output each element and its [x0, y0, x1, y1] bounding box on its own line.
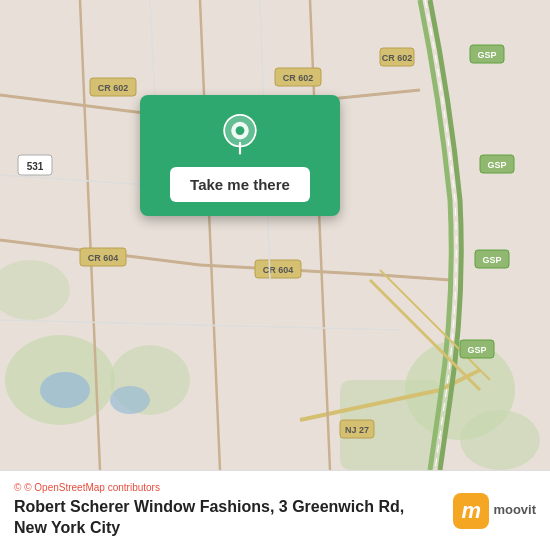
- svg-text:NJ 27: NJ 27: [345, 425, 369, 435]
- svg-point-8: [110, 386, 150, 414]
- moovit-text: moovit: [493, 503, 536, 517]
- location-card: Take me there: [140, 95, 340, 216]
- map-container: 531 CR 602 CR 602 CR 604 CR 604 GSP GSP …: [0, 0, 550, 470]
- svg-text:GSP: GSP: [477, 50, 496, 60]
- svg-point-4: [460, 410, 540, 470]
- moovit-letter: m: [453, 493, 489, 529]
- svg-text:CR 604: CR 604: [88, 253, 119, 263]
- svg-text:CR 602: CR 602: [98, 83, 129, 93]
- svg-text:531: 531: [27, 161, 44, 172]
- moovit-logo: m moovit: [453, 493, 536, 529]
- svg-text:CR 602: CR 602: [283, 73, 314, 83]
- copyright-symbol: ©: [14, 482, 21, 493]
- svg-text:GSP: GSP: [467, 345, 486, 355]
- take-me-there-button[interactable]: Take me there: [170, 167, 310, 202]
- attribution-text: © OpenStreetMap contributors: [24, 482, 160, 493]
- svg-text:GSP: GSP: [487, 160, 506, 170]
- svg-text:CR 604: CR 604: [263, 265, 294, 275]
- info-bar: © © OpenStreetMap contributors Robert Sc…: [0, 470, 550, 550]
- svg-text:GSP: GSP: [482, 255, 501, 265]
- svg-point-7: [40, 372, 90, 408]
- map-pin-icon: [218, 113, 262, 157]
- svg-point-50: [236, 126, 245, 135]
- svg-text:CR 602: CR 602: [382, 53, 413, 63]
- map-svg: 531 CR 602 CR 602 CR 604 CR 604 GSP GSP …: [0, 0, 550, 470]
